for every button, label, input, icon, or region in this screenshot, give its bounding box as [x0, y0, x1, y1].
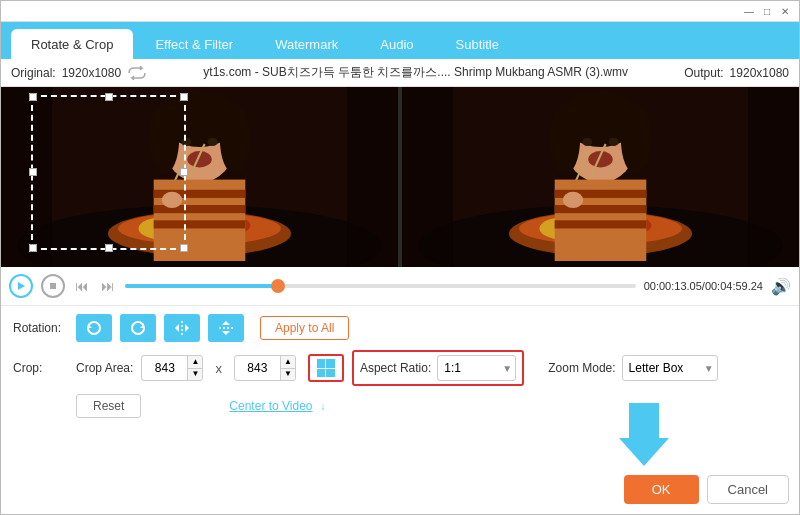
loop-icon [127, 66, 147, 80]
crop-height-up[interactable]: ▲ [281, 356, 295, 369]
crop-width-input-group[interactable]: ▲ ▼ [141, 355, 203, 381]
ok-button[interactable]: OK [624, 475, 699, 504]
aspect-ratio-select[interactable]: 1:1 No Ratio 4:3 16:9 9:16 2:1 [437, 355, 516, 381]
svg-marker-44 [18, 282, 25, 290]
crop-width-input[interactable] [142, 359, 187, 377]
output-size: 1920x1080 [730, 66, 789, 80]
tab-bar: Rotate & Crop Effect & Filter Watermark … [1, 22, 799, 59]
progress-thumb[interactable] [271, 279, 285, 293]
crop-overlay[interactable] [31, 95, 186, 250]
timeline-area: ⏮ ⏭ 00:00:13.05/00:04:59.24 🔊 [1, 267, 799, 306]
progress-track[interactable] [125, 284, 636, 288]
output-label: Output: [684, 66, 723, 80]
svg-point-41 [563, 192, 583, 208]
next-frame-button[interactable]: ⏭ [99, 276, 117, 296]
zoom-mode-dropdown-wrapper: Letter Box Pan & Scan Full ▼ [622, 355, 718, 381]
svg-marker-52 [222, 321, 230, 325]
svg-rect-42 [402, 87, 453, 267]
original-size: 1920x1080 [62, 66, 121, 80]
crop-handle-rc[interactable] [180, 168, 188, 176]
preview-left [1, 87, 398, 267]
svg-point-9 [220, 103, 251, 174]
crop-handle-bl[interactable] [29, 244, 37, 252]
main-window: — □ ✕ Rotate & Crop Effect & Filter Wate… [0, 0, 800, 515]
svg-rect-40 [555, 220, 647, 228]
controls-area: Rotation: Apply to All Crop: Crop Area: [1, 306, 799, 434]
tab-audio[interactable]: Audio [360, 29, 433, 59]
crop-width-spin: ▲ ▼ [187, 356, 202, 380]
apply-all-button[interactable]: Apply to All [260, 316, 349, 340]
preview-area [1, 87, 799, 267]
crop-handle-tl[interactable] [29, 93, 37, 101]
rotate-left-button[interactable] [76, 314, 112, 342]
svg-marker-49 [175, 324, 179, 332]
close-button[interactable]: ✕ [777, 3, 793, 19]
zoom-mode-label: Zoom Mode: [548, 361, 615, 375]
crop-handle-tr[interactable] [180, 93, 188, 101]
play-button[interactable] [9, 274, 33, 298]
crop-width-down[interactable]: ▼ [188, 369, 202, 381]
stop-button[interactable] [41, 274, 65, 298]
crop-handle-lc[interactable] [29, 168, 37, 176]
crop-height-down[interactable]: ▼ [281, 369, 295, 381]
svg-marker-53 [222, 331, 230, 335]
svg-point-31 [621, 103, 652, 174]
tab-subtitle[interactable]: Subtitle [436, 29, 519, 59]
action-buttons: OK Cancel [624, 475, 789, 504]
svg-marker-50 [185, 324, 189, 332]
arrow-shaft [629, 403, 659, 438]
center-reset-row: Reset Center to Video ↓ [76, 394, 787, 418]
bottom-area: OK Cancel [1, 434, 799, 514]
cancel-button[interactable]: Cancel [707, 475, 789, 504]
svg-point-32 [582, 138, 592, 146]
x-separator: x [211, 361, 226, 376]
crop-height-spin: ▲ ▼ [280, 356, 295, 380]
crop-area-label: Crop Area: [76, 361, 133, 375]
info-bar: Original: 1920x1080 yt1s.com - SUB치즈가득 두… [1, 59, 799, 87]
volume-icon[interactable]: 🔊 [771, 277, 791, 296]
title-bar: — □ ✕ [1, 1, 799, 22]
rotation-label: Rotation: [13, 321, 68, 335]
tab-rotate-crop[interactable]: Rotate & Crop [11, 29, 133, 59]
svg-rect-21 [347, 87, 398, 267]
crop-height-input[interactable] [235, 359, 280, 377]
arrow-container [619, 403, 669, 466]
prev-frame-button[interactable]: ⏮ [73, 276, 91, 296]
crop-handle-bc[interactable] [105, 244, 113, 252]
crop-handle-br[interactable] [180, 244, 188, 252]
crop-height-input-group[interactable]: ▲ ▼ [234, 355, 296, 381]
maximize-button[interactable]: □ [759, 3, 775, 19]
svg-point-30 [550, 103, 581, 174]
crop-label: Crop: [13, 361, 68, 375]
filename-display: yt1s.com - SUB치즈가득 두툼한 치즈를까스.... Shrimp … [147, 64, 684, 81]
svg-rect-45 [50, 283, 56, 289]
zoom-mode-select[interactable]: Letter Box Pan & Scan Full [622, 355, 718, 381]
reset-button[interactable]: Reset [76, 394, 141, 418]
tab-watermark[interactable]: Watermark [255, 29, 358, 59]
aspect-ratio-dropdown-wrapper: 1:1 No Ratio 4:3 16:9 9:16 2:1 ▼ [437, 355, 516, 381]
progress-fill [125, 284, 278, 288]
flip-vertical-button[interactable] [208, 314, 244, 342]
svg-point-11 [208, 138, 218, 146]
crop-row: Crop: Crop Area: ▲ ▼ x ▲ ▼ [13, 350, 787, 386]
aspect-ratio-label: Aspect Ratio: [360, 361, 431, 375]
current-time: 00:00:13.05 [644, 280, 702, 292]
svg-rect-43 [748, 87, 799, 267]
flip-horizontal-button[interactable] [164, 314, 200, 342]
aspect-grid-button[interactable] [308, 354, 344, 382]
grid-icon [317, 359, 335, 377]
rotate-right-button[interactable] [120, 314, 156, 342]
original-label: Original: [11, 66, 56, 80]
total-time: 00:04:59.24 [705, 280, 763, 292]
crop-width-up[interactable]: ▲ [188, 356, 202, 369]
aspect-ratio-group: Aspect Ratio: 1:1 No Ratio 4:3 16:9 9:16… [352, 350, 524, 386]
center-to-video-link[interactable]: Center to Video [229, 399, 312, 413]
minimize-button[interactable]: — [741, 3, 757, 19]
svg-point-33 [609, 138, 619, 146]
zoom-mode-group: Zoom Mode: Letter Box Pan & Scan Full ▼ [548, 355, 717, 381]
rotation-row: Rotation: Apply to All [13, 314, 787, 342]
center-link-icon: ↓ [321, 401, 326, 412]
tab-effect-filter[interactable]: Effect & Filter [135, 29, 253, 59]
arrow-head [619, 438, 669, 466]
crop-handle-tc[interactable] [105, 93, 113, 101]
